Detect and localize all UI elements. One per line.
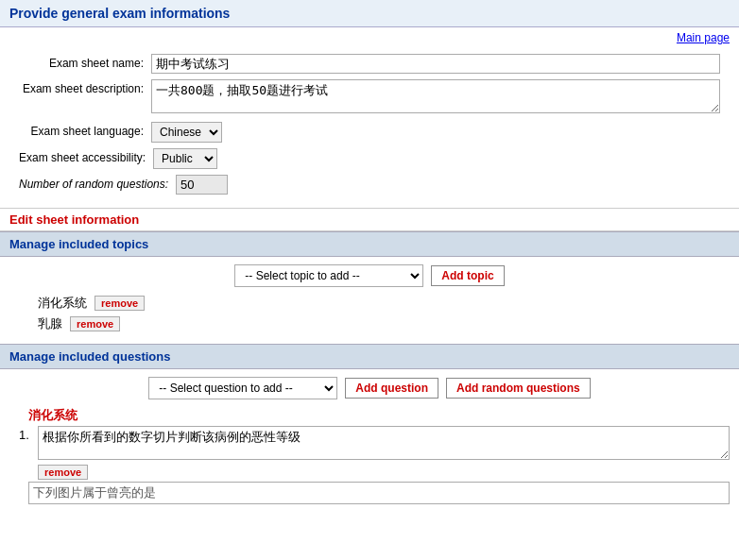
topic-list: 消化系统 remove 乳腺 remove bbox=[38, 295, 730, 332]
exam-accessibility-select[interactable]: Public Private bbox=[153, 148, 217, 169]
exam-description-row: Exam sheet description: 一共800题，抽取50题进行考试 bbox=[19, 79, 720, 116]
page-header: Provide general exam informations bbox=[0, 0, 739, 27]
main-page-link[interactable]: Main page bbox=[677, 31, 730, 44]
exam-language-label: Exam sheet language: bbox=[19, 122, 151, 140]
page-title: Provide general exam informations bbox=[9, 6, 730, 21]
exam-accessibility-label: Exam sheet accessibility: bbox=[19, 148, 153, 166]
main-page-link-container: Main page bbox=[0, 27, 739, 46]
topic-select[interactable]: -- Select topic to add -- bbox=[234, 264, 423, 287]
edit-sheet-link[interactable]: Edit sheet information bbox=[9, 212, 139, 227]
exam-language-select-container: Chinese English French Spanish bbox=[151, 122, 720, 143]
questions-section-bar: Manage included questions bbox=[0, 344, 739, 369]
questions-section: -- Select question to add -- Add questio… bbox=[0, 369, 739, 519]
question-select[interactable]: -- Select question to add -- bbox=[148, 377, 337, 399]
next-question-preview: 下列图片属于曾亮的是 bbox=[28, 482, 730, 504]
question-select-row: -- Select question to add -- Add questio… bbox=[9, 377, 730, 399]
add-topic-button[interactable]: Add topic bbox=[431, 265, 504, 286]
random-questions-row: Number of random questions: bbox=[19, 175, 720, 195]
exam-accessibility-row: Exam sheet accessibility: Public Private bbox=[19, 148, 720, 169]
topics-section-bar: Manage included topics bbox=[0, 231, 739, 257]
add-random-questions-button[interactable]: Add random questions bbox=[446, 378, 591, 399]
remove-topic-button[interactable]: remove bbox=[95, 296, 145, 311]
question-actions: remove bbox=[38, 465, 730, 480]
exam-name-label: Exam sheet name: bbox=[19, 54, 151, 72]
exam-name-input[interactable] bbox=[151, 54, 720, 74]
random-questions-input-container bbox=[176, 175, 720, 195]
exam-language-row: Exam sheet language: Chinese English Fre… bbox=[19, 122, 720, 143]
question-number: 1. bbox=[19, 426, 38, 442]
list-item: 消化系统 remove bbox=[38, 295, 730, 312]
remove-topic-button[interactable]: remove bbox=[70, 316, 120, 331]
topic-select-row: -- Select topic to add -- Add topic bbox=[9, 264, 730, 287]
random-questions-input[interactable] bbox=[176, 175, 228, 195]
add-question-button[interactable]: Add question bbox=[345, 378, 438, 399]
topics-section: -- Select topic to add -- Add topic 消化系统… bbox=[0, 257, 739, 344]
question-category: 消化系统 bbox=[28, 407, 730, 424]
questions-section-title: Manage included questions bbox=[9, 349, 730, 364]
exam-name-row: Exam sheet name: bbox=[19, 54, 720, 74]
exam-name-input-container bbox=[151, 54, 720, 74]
exam-description-label: Exam sheet description: bbox=[19, 79, 151, 97]
question-text-area: 根据你所看到的数字切片判断该病例的恶性等级 bbox=[38, 426, 730, 463]
list-item: 乳腺 remove bbox=[38, 315, 730, 332]
topic-name: 消化系统 bbox=[38, 295, 87, 312]
exam-description-input-container: 一共800题，抽取50题进行考试 bbox=[151, 79, 720, 116]
exam-description-textarea[interactable]: 一共800题，抽取50题进行考试 bbox=[151, 79, 720, 113]
remove-question-button[interactable]: remove bbox=[38, 465, 88, 480]
topics-section-title: Manage included topics bbox=[9, 237, 730, 251]
question-item: 消化系统 1. 根据你所看到的数字切片判断该病例的恶性等级 remove 下列图… bbox=[9, 407, 730, 504]
exam-accessibility-select-container: Public Private bbox=[153, 148, 720, 169]
exam-language-select[interactable]: Chinese English French Spanish bbox=[151, 122, 222, 143]
topic-name: 乳腺 bbox=[38, 315, 62, 332]
question-text-textarea[interactable]: 根据你所看到的数字切片判断该病例的恶性等级 bbox=[38, 426, 730, 460]
random-questions-label: Number of random questions: bbox=[19, 175, 176, 193]
exam-form: Exam sheet name: Exam sheet description:… bbox=[0, 46, 739, 208]
question-number-row: 1. 根据你所看到的数字切片判断该病例的恶性等级 bbox=[19, 426, 730, 463]
edit-section-bar: Edit sheet information bbox=[0, 208, 739, 231]
